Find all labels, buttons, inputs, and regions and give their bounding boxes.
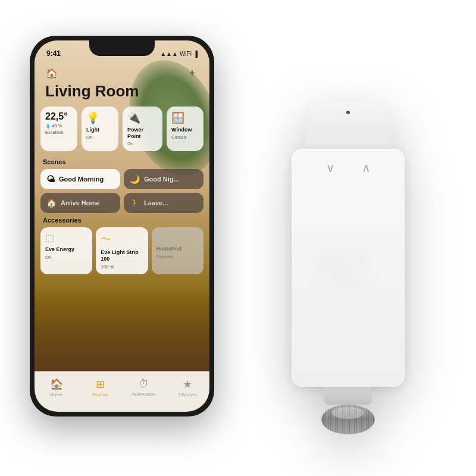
- add-button[interactable]: +: [186, 67, 199, 80]
- nav-home-label: Home: [50, 392, 62, 397]
- phone-screen: 9:41 ▲▲▲ WiFi ▐ 🏠 + Living Room: [35, 40, 209, 412]
- status-time: 9:41: [46, 49, 61, 58]
- good-night-label: Good Nig...: [144, 176, 179, 183]
- nav-automation-label: Automation: [132, 392, 156, 397]
- home-icon[interactable]: 🏠: [45, 67, 58, 80]
- status-cards-row: 22,5° 💧 48 % Excellent 💡 Light On 🔌 Powe…: [35, 107, 209, 151]
- thermostat-base-shine: [332, 407, 364, 419]
- power-card[interactable]: 🔌 Power Point On: [123, 107, 162, 151]
- accessories-grid: ⬚ Eve Energy On 〜 Eve Light Strip 100 10…: [35, 227, 209, 274]
- eve-light-strip-name: Eve Light Strip 100: [101, 249, 143, 262]
- thermostat-body: ∨ ∧ 22 s: [292, 149, 405, 387]
- power-label: Power Point: [127, 127, 158, 140]
- signal-icon: ▲▲▲: [160, 51, 178, 57]
- scene-arrive-home[interactable]: 🏠 Arrive Home: [40, 193, 120, 213]
- thermostat-unit: s: [367, 264, 380, 289]
- nav-discover-label: Discover: [178, 392, 197, 397]
- nav-discover[interactable]: ★ Discover: [173, 378, 202, 397]
- leave-label: Leave...: [144, 199, 168, 206]
- status-icons: ▲▲▲ WiFi ▐: [160, 51, 198, 57]
- eve-light-strip-status: 100 %: [101, 264, 143, 270]
- good-morning-icon: 🌤: [46, 174, 55, 184]
- thermostat-base: [321, 405, 375, 434]
- nav-rooms-icon: ⊞: [96, 378, 105, 391]
- nav-discover-icon: ★: [183, 378, 192, 391]
- nav-home[interactable]: 🏠 Home: [42, 378, 71, 397]
- arrive-home-label: Arrive Home: [61, 199, 99, 206]
- nav-home-icon: 🏠: [50, 378, 63, 391]
- thermostat-top: [305, 101, 392, 149]
- good-morning-label: Good Morning: [59, 176, 104, 183]
- status-bar: 9:41 ▲▲▲ WiFi ▐: [46, 45, 198, 62]
- window-status: Closed: [171, 134, 199, 140]
- good-night-icon: 🌙: [130, 174, 140, 184]
- arrive-home-icon: 🏠: [46, 198, 57, 208]
- accessories-section-label: Accessories: [35, 217, 209, 224]
- temperature-card[interactable]: 22,5° 💧 48 % Excellent: [40, 107, 77, 151]
- homepod-status: Paused: [156, 254, 199, 259]
- air-quality: Excellent: [45, 130, 73, 135]
- app-content: 🏠 + Living Room 22,5° 💧 48 % Excellent 💡: [35, 62, 209, 412]
- nav-automation-icon: ⏱: [139, 378, 149, 390]
- app-header: 🏠 +: [35, 62, 209, 82]
- light-card[interactable]: 💡 Light On: [82, 107, 118, 151]
- leave-icon: 🚶: [130, 198, 140, 208]
- power-icon: 🔌: [127, 111, 158, 124]
- decrease-button[interactable]: ∨: [326, 161, 335, 175]
- bottom-nav: 🏠 Home ⊞ Rooms ⏱ Automation ★: [35, 371, 209, 412]
- homepod-name: HomePod: [156, 246, 199, 252]
- thermostat-display: 22 s: [317, 250, 380, 293]
- nav-automation[interactable]: ⏱ Automation: [129, 378, 159, 397]
- window-label: Window: [171, 127, 199, 133]
- main-scene: 9:41 ▲▲▲ WiFi ▐ 🏠 + Living Room: [0, 0, 476, 476]
- eve-light-strip-icon: 〜: [101, 232, 143, 246]
- window-card[interactable]: 🪟 Window Closed: [167, 107, 203, 151]
- power-status: On: [127, 141, 158, 147]
- thermostat-device: ∨ ∧ 22 s: [280, 101, 416, 434]
- eve-energy-status: On: [45, 255, 87, 260]
- homepod-card[interactable]: ○ HomePod Paused: [152, 227, 203, 274]
- scenes-grid: 🌤 Good Morning 🌙 Good Nig... 🏠 Arrive Ho…: [35, 169, 209, 213]
- light-label: Light: [86, 127, 114, 133]
- nav-rooms[interactable]: ⊞ Rooms: [85, 378, 115, 397]
- scene-leave[interactable]: 🚶 Leave...: [124, 193, 203, 213]
- nav-rooms-label: Rooms: [93, 392, 108, 397]
- phone-inner: 9:41 ▲▲▲ WiFi ▐ 🏠 + Living Room: [35, 40, 209, 412]
- window-icon: 🪟: [171, 111, 199, 124]
- homepod-icon: ○: [156, 232, 199, 243]
- thermostat-sensor: [346, 111, 350, 114]
- eve-energy-icon: ⬚: [45, 232, 87, 243]
- scene-good-night[interactable]: 🌙 Good Nig...: [124, 169, 203, 189]
- humidity-value: 48 %: [52, 123, 62, 129]
- humidity-icon: 💧 48 %: [45, 123, 73, 129]
- eve-light-strip-card[interactable]: 〜 Eve Light Strip 100 100 %: [96, 227, 148, 274]
- light-status: On: [86, 134, 114, 140]
- eve-energy-name: Eve Energy: [45, 246, 87, 253]
- thermostat-controls: ∨ ∧: [326, 161, 371, 175]
- thermostat-connector: [324, 387, 372, 405]
- scene-good-morning[interactable]: 🌤 Good Morning: [40, 169, 120, 189]
- thermostat-temperature: 22: [317, 250, 364, 293]
- phone-device: 9:41 ▲▲▲ WiFi ▐ 🏠 + Living Room: [30, 36, 214, 416]
- wifi-icon: WiFi: [180, 51, 192, 57]
- room-title: Living Room: [35, 82, 209, 101]
- temp-value: 22,5°: [45, 111, 73, 122]
- eve-energy-card[interactable]: ⬚ Eve Energy On: [40, 227, 92, 274]
- battery-icon: ▐: [193, 51, 198, 57]
- increase-button[interactable]: ∧: [362, 161, 371, 175]
- light-icon: 💡: [86, 111, 114, 124]
- scenes-section-label: Scenes: [35, 158, 209, 165]
